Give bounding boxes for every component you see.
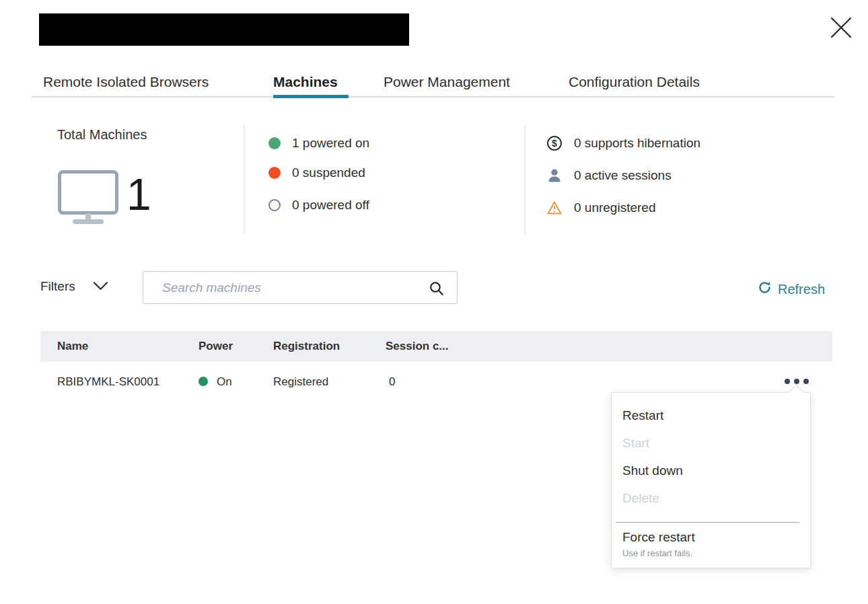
machine-name-cell: RBIBYMKL-SK0001 bbox=[57, 375, 159, 389]
force-restart-label: Force restart bbox=[622, 530, 799, 545]
powered-off-label: 0 powered off bbox=[292, 198, 369, 213]
powered-off-dot-icon bbox=[268, 199, 281, 211]
suspended-label: 0 suspended bbox=[292, 165, 365, 180]
powered-on-label: 1 powered on bbox=[292, 136, 369, 151]
search-icon[interactable] bbox=[428, 280, 445, 299]
column-header-registration[interactable]: Registration bbox=[273, 340, 340, 353]
row-actions-menu: Restart Start Shut down Delete Force res… bbox=[611, 392, 811, 568]
total-machines-label: Total Machines bbox=[57, 127, 147, 143]
column-header-name[interactable]: Name bbox=[57, 340, 88, 353]
search-box bbox=[143, 271, 458, 304]
unregistered-label: 0 unregistered bbox=[574, 200, 655, 215]
suspended-dot-icon bbox=[268, 167, 281, 179]
menu-item-force-restart[interactable]: Force restart Use if restart fails. bbox=[612, 523, 810, 560]
refresh-button[interactable]: Refresh bbox=[758, 280, 825, 298]
stats-divider-1 bbox=[244, 125, 245, 234]
menu-item-shut-down[interactable]: Shut down bbox=[612, 457, 810, 484]
redacted-dialog-title bbox=[39, 13, 409, 46]
stat-powered-on: 1 powered on bbox=[268, 135, 369, 151]
powered-on-dot-icon bbox=[268, 137, 281, 149]
tab-machines[interactable]: Machines bbox=[273, 74, 338, 90]
stat-powered-off: 0 powered off bbox=[268, 197, 369, 213]
hibernation-label: 0 supports hibernation bbox=[574, 136, 700, 151]
stats-divider-2 bbox=[524, 125, 526, 234]
close-icon bbox=[829, 15, 853, 42]
filters-dropdown[interactable]: Filters bbox=[40, 274, 108, 299]
registration-cell: Registered bbox=[273, 375, 328, 389]
svg-text:$: $ bbox=[552, 138, 557, 149]
column-header-session-count[interactable]: Session c... bbox=[386, 340, 449, 353]
power-state-cell: On bbox=[217, 375, 232, 389]
active-sessions-label: 0 active sessions bbox=[574, 168, 672, 183]
menu-item-delete: Delete bbox=[612, 484, 810, 512]
close-button[interactable] bbox=[825, 12, 857, 44]
chevron-down-icon bbox=[93, 279, 108, 294]
menu-item-restart[interactable]: Restart bbox=[612, 402, 810, 429]
table-header: Name Power Registration Session c... bbox=[40, 331, 832, 362]
tab-power-management[interactable]: Power Management bbox=[384, 74, 510, 90]
filters-label: Filters bbox=[40, 279, 75, 294]
tabs-divider-line bbox=[32, 96, 834, 98]
machine-catalog-dialog: Remote Isolated Browsers Machines Power … bbox=[0, 0, 868, 604]
ellipsis-icon bbox=[785, 379, 790, 384]
monitor-icon bbox=[57, 169, 119, 227]
stat-unregistered: 0 unregistered bbox=[546, 200, 655, 216]
stat-suspended: 0 suspended bbox=[268, 165, 365, 181]
active-tab-underline bbox=[273, 95, 349, 98]
power-on-dot-icon bbox=[198, 377, 208, 386]
force-restart-sublabel: Use if restart fails. bbox=[622, 548, 799, 558]
refresh-icon bbox=[758, 280, 772, 298]
hibernation-dollar-icon: $ bbox=[546, 135, 563, 151]
warning-icon bbox=[546, 200, 563, 216]
total-machines-count: 1 bbox=[126, 165, 151, 223]
tab-configuration-details[interactable]: Configuration Details bbox=[569, 74, 700, 90]
menu-item-start: Start bbox=[612, 429, 810, 457]
stat-hibernation: $ 0 supports hibernation bbox=[546, 135, 700, 151]
refresh-label: Refresh bbox=[778, 282, 825, 297]
column-header-power[interactable]: Power bbox=[198, 340, 233, 353]
session-count-cell: 0 bbox=[389, 375, 395, 389]
user-icon bbox=[546, 167, 563, 184]
search-input[interactable] bbox=[143, 272, 457, 303]
stat-active-sessions: 0 active sessions bbox=[546, 167, 672, 184]
tab-remote-isolated-browsers[interactable]: Remote Isolated Browsers bbox=[43, 74, 209, 90]
